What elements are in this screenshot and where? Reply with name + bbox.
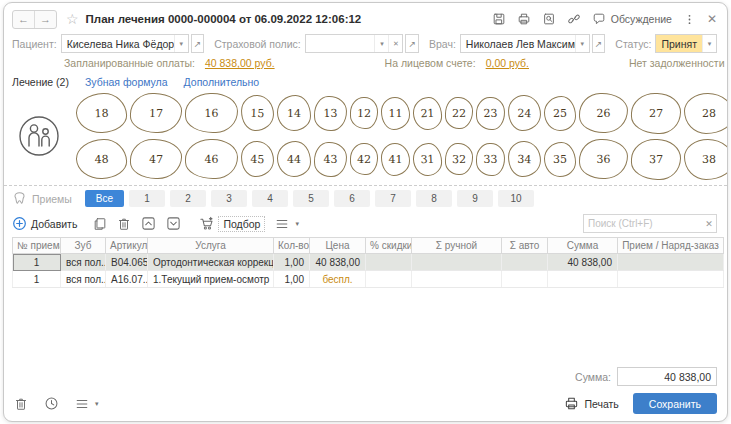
appointment-chip-9[interactable]: 9	[457, 190, 493, 207]
patient-dropdown-icon[interactable]: ▾	[174, 35, 188, 52]
tooth-31[interactable]: 31	[412, 142, 442, 176]
patient-age-type-icon[interactable]	[18, 115, 60, 157]
tooth-43[interactable]: 43	[314, 141, 348, 177]
appointment-chip-3[interactable]: 3	[211, 190, 247, 207]
tooth-15[interactable]: 15	[240, 94, 274, 131]
back-button[interactable]: ←	[13, 11, 35, 28]
column-header[interactable]: Сумма	[548, 238, 618, 254]
planned-payments-link[interactable]: 40 838,00 руб.	[205, 57, 275, 69]
doctor-field[interactable]: Николаев Лев Максимович ▾	[460, 34, 590, 53]
more-menu-icon[interactable]	[683, 13, 696, 26]
tooth-12[interactable]: 12	[350, 97, 379, 129]
tab-dental-formula[interactable]: Зубная формула	[85, 76, 168, 88]
column-header[interactable]: № приема	[13, 238, 61, 254]
tooth-16[interactable]: 16	[185, 93, 239, 134]
status-dropdown-icon[interactable]: ▾	[702, 35, 716, 52]
tooth-21[interactable]: 21	[412, 96, 442, 130]
appointment-chip-7[interactable]: 7	[375, 190, 411, 207]
account-balance-link[interactable]: 0,00 руб.	[486, 57, 529, 69]
print-button[interactable]: Печать	[564, 396, 618, 411]
column-header[interactable]: Зуб	[61, 238, 106, 254]
tooth-37[interactable]: 37	[631, 138, 682, 180]
close-icon[interactable]: ✕	[707, 12, 717, 26]
table-row[interactable]: 1вся пол...В04.065...Ортодонтическая кор…	[13, 254, 724, 271]
tab-additional[interactable]: Дополнительно	[184, 76, 260, 88]
tooth-23[interactable]: 23	[476, 96, 506, 130]
appointment-chip-10[interactable]: 10	[498, 190, 534, 207]
tooth-28[interactable]: 28	[684, 93, 728, 134]
discussion-icon[interactable]	[592, 12, 606, 26]
table-row[interactable]: 1вся пол...А16.07....1.Текущий прием-осм…	[13, 271, 724, 288]
tooth-24[interactable]: 24	[507, 94, 541, 131]
column-header[interactable]: % скидки	[366, 238, 412, 254]
policy-field[interactable]: ▾ ✕	[305, 34, 404, 53]
appointment-chip-5[interactable]: 5	[293, 190, 329, 207]
column-header[interactable]: Кол-во	[274, 238, 310, 254]
policy-dropdown-icon[interactable]: ▾	[374, 35, 388, 52]
column-header[interactable]: Σ ручной	[412, 238, 502, 254]
tooth-32[interactable]: 32	[445, 143, 474, 175]
tooth-22[interactable]: 22	[445, 97, 474, 129]
tooth-13[interactable]: 13	[314, 95, 348, 131]
tooth-38[interactable]: 38	[684, 139, 728, 180]
column-header[interactable]: Услуга	[148, 238, 274, 254]
appointment-chip-8[interactable]: 8	[416, 190, 452, 207]
delete-plan-icon[interactable]	[14, 397, 28, 411]
tooth-45[interactable]: 45	[240, 140, 274, 177]
patient-open-icon[interactable]: ↗	[191, 34, 205, 53]
tooth-42[interactable]: 42	[350, 143, 379, 175]
tooth-27[interactable]: 27	[631, 92, 682, 134]
more-commands-icon[interactable]: ▾	[275, 217, 299, 231]
link-icon[interactable]	[567, 12, 581, 26]
discussion-label[interactable]: Обсуждение	[611, 13, 672, 25]
column-header[interactable]: Прием / Наряд-заказ	[618, 238, 724, 254]
column-header[interactable]: Цена	[310, 238, 366, 254]
tooth-14[interactable]: 14	[277, 95, 311, 131]
tooth-35[interactable]: 35	[544, 142, 576, 177]
column-header[interactable]: Артикул	[106, 238, 148, 254]
tooth-47[interactable]: 47	[130, 139, 183, 180]
tooth-34[interactable]: 34	[507, 140, 541, 177]
tooth-25[interactable]: 25	[544, 96, 576, 131]
save-button[interactable]: Сохранить	[633, 393, 717, 414]
appointment-chip-2[interactable]: 2	[170, 190, 206, 207]
tooth-17[interactable]: 17	[130, 93, 183, 134]
copy-row-icon[interactable]	[93, 217, 107, 231]
pick-services-button[interactable]: Подбор	[199, 216, 265, 232]
tooth-18[interactable]: 18	[75, 92, 127, 134]
policy-open-icon[interactable]: ↗	[405, 34, 419, 53]
appointment-chip-6[interactable]: 6	[334, 190, 370, 207]
history-icon[interactable]	[44, 396, 59, 411]
tooth-44[interactable]: 44	[277, 141, 311, 177]
print-icon[interactable]	[517, 12, 531, 26]
policy-clear-icon[interactable]: ✕	[388, 35, 402, 52]
tab-treatment[interactable]: Лечение (2)	[12, 76, 69, 88]
column-header[interactable]: Σ авто	[502, 238, 548, 254]
delete-row-icon[interactable]	[117, 217, 131, 231]
doctor-dropdown-icon[interactable]: ▾	[575, 35, 589, 52]
bottom-more-menu-icon[interactable]: ▾	[75, 397, 99, 411]
move-down-icon[interactable]	[166, 216, 181, 231]
tooth-46[interactable]: 46	[185, 139, 239, 180]
tooth-48[interactable]: 48	[75, 138, 127, 180]
favorite-star-icon[interactable]: ☆	[66, 11, 79, 27]
search-input[interactable]	[584, 218, 702, 229]
tooth-33[interactable]: 33	[476, 142, 506, 176]
add-button[interactable]: Добавить	[12, 216, 77, 231]
appointment-chip-1[interactable]: 1	[129, 190, 165, 207]
table-cell	[366, 254, 412, 271]
doctor-open-icon[interactable]: ↗	[592, 34, 606, 53]
forward-button[interactable]: →	[35, 11, 56, 28]
move-up-icon[interactable]	[141, 216, 156, 231]
tooth-26[interactable]: 26	[579, 93, 629, 134]
status-field[interactable]: Принят ▾	[655, 34, 717, 53]
preview-icon[interactable]	[542, 12, 556, 26]
tooth-36[interactable]: 36	[579, 139, 629, 180]
appointment-chip-Все[interactable]: Все	[85, 190, 124, 207]
tooth-11[interactable]: 11	[381, 97, 410, 130]
tooth-41[interactable]: 41	[381, 143, 410, 176]
search-clear-icon[interactable]: ✕	[702, 219, 716, 229]
patient-field[interactable]: Киселева Ника Фёдоровна ▾	[61, 34, 189, 53]
save-icon[interactable]	[492, 12, 506, 26]
appointment-chip-4[interactable]: 4	[252, 190, 288, 207]
